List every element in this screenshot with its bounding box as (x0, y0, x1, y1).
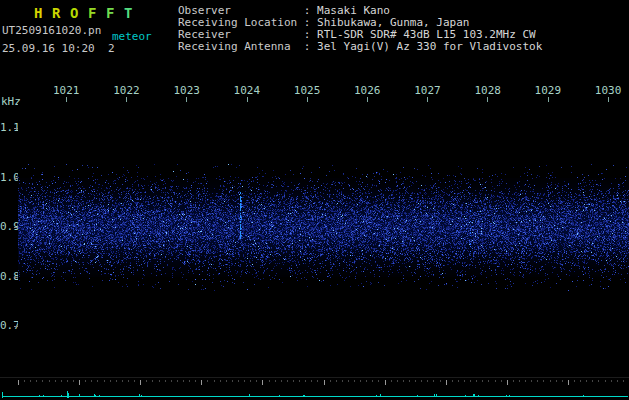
app-title: HROFFT (34, 5, 142, 21)
time-axis-tick (126, 97, 127, 102)
time-axis-label: 1025 (294, 85, 321, 96)
hrofft-screen: HROFFT UT2509161020.pn meteor 25.09.16 1… (0, 0, 629, 400)
time-axis-tick (66, 97, 67, 102)
title-letter: R (52, 5, 70, 21)
freq-axis: 1.11.00.90.80.7 (0, 0, 20, 400)
receiver-info-block: Observer : Masaki KanoReceiving Location… (178, 5, 542, 53)
title-letter: H (34, 5, 52, 21)
spectrogram-canvas (18, 104, 629, 376)
time-axis-label: 1027 (414, 85, 441, 96)
time-axis-tick (367, 97, 368, 102)
time-axis-label: 1029 (535, 85, 562, 96)
time-axis-label: 1028 (474, 85, 501, 96)
time-axis-tick (487, 97, 488, 102)
time-axis-tick (186, 97, 187, 102)
time-axis-label: 1021 (53, 85, 80, 96)
title-letter: F (88, 5, 106, 21)
time-axis-label: 1022 (113, 85, 140, 96)
time-axis-label: 1026 (354, 85, 381, 96)
time-axis: 1021102210231024102510261027102810291030 (0, 85, 629, 103)
time-axis-label: 1024 (234, 85, 261, 96)
title-letter: O (70, 5, 88, 21)
time-axis-tick (608, 97, 609, 102)
info-value: : 3el Yagi(V) Az 330 for Vladivostok (304, 40, 542, 53)
header-counter: 2 (108, 42, 115, 55)
receiver-info-line: Receiving Antenna : 3el Yagi(V) Az 330 f… (178, 41, 542, 53)
title-letter: F (106, 5, 124, 21)
info-label: Receiving Antenna (178, 40, 304, 53)
time-axis-tick (427, 97, 428, 102)
time-axis-label: 1030 (595, 85, 622, 96)
time-axis-tick (307, 97, 308, 102)
title-letter: T (124, 5, 142, 21)
signal-strip-canvas (0, 378, 629, 400)
time-axis-tick (548, 97, 549, 102)
time-axis-label: 1023 (173, 85, 200, 96)
mode-label: meteor (112, 30, 152, 43)
time-axis-tick (247, 97, 248, 102)
